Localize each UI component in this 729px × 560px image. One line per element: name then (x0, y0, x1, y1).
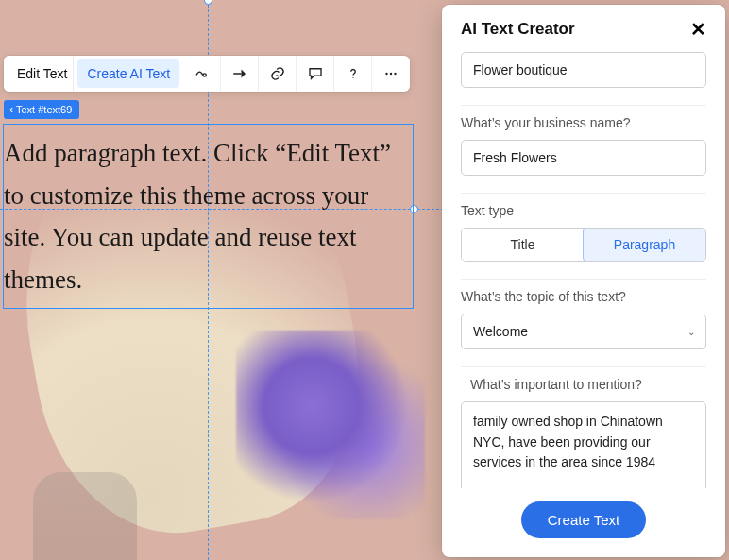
panel-footer: Create Text (442, 488, 725, 557)
important-label: What’s important to mention? (461, 377, 706, 392)
business-name-label: What’s your business name? (461, 115, 706, 130)
floating-toolbar: Edit Text Create AI Text (4, 56, 410, 92)
create-ai-text-button[interactable]: Create AI Text (77, 59, 179, 88)
svg-point-1 (352, 77, 353, 78)
svg-point-3 (390, 73, 392, 75)
link-icon[interactable] (259, 56, 297, 92)
edit-text-button[interactable]: Edit Text (4, 56, 74, 92)
ai-text-creator-panel: AI Text Creator ✕ What’s your business n… (442, 5, 725, 557)
panel-title: AI Text Creator (461, 20, 575, 39)
business-type-input[interactable] (461, 52, 706, 88)
topic-select[interactable] (461, 314, 706, 349)
help-icon[interactable] (334, 56, 372, 92)
field-business-type (461, 52, 706, 106)
animation-icon[interactable] (183, 56, 221, 92)
svg-point-2 (385, 73, 387, 75)
panel-body[interactable]: What’s your business name? Text type Tit… (442, 52, 725, 488)
business-name-input[interactable] (461, 140, 706, 176)
text-type-title-label: Title (511, 237, 535, 252)
scroll-effects-icon[interactable] (221, 56, 259, 92)
close-icon[interactable]: ✕ (690, 20, 706, 39)
text-type-paragraph-option[interactable]: Paragraph (583, 228, 706, 262)
field-text-type: Text type Title Paragraph (461, 194, 706, 280)
field-topic: What’s the topic of this text? ⌄ (461, 280, 706, 367)
field-business-name: What’s your business name? (461, 106, 706, 194)
comment-icon[interactable] (297, 56, 334, 92)
text-type-title-option[interactable]: Title (462, 229, 584, 261)
create-text-button[interactable]: Create Text (521, 501, 646, 538)
panel-header: AI Text Creator ✕ (442, 5, 725, 52)
paragraph-placeholder-text: Add paragraph text. Click “Edit Text” to… (4, 139, 391, 294)
field-important: What’s important to mention? (461, 367, 706, 488)
element-tag-label: Text #text69 (16, 104, 72, 115)
svg-point-4 (394, 73, 396, 75)
selected-text-element[interactable]: Add paragraph text. Click “Edit Text” to… (3, 124, 414, 309)
edit-text-label: Edit Text (17, 66, 67, 81)
background-vase-art (33, 472, 137, 560)
topic-label: What’s the topic of this text? (461, 289, 706, 304)
create-ai-text-label: Create AI Text (87, 66, 170, 81)
element-breadcrumb-tag[interactable]: Text #text69 (4, 100, 79, 119)
svg-point-0 (203, 74, 206, 76)
create-text-label: Create Text (548, 512, 619, 528)
important-textarea[interactable] (461, 401, 706, 488)
background-orchid-art (236, 331, 425, 519)
text-type-segmented: Title Paragraph (461, 228, 706, 262)
text-type-paragraph-label: Paragraph (614, 237, 675, 252)
resize-handle-top[interactable] (204, 0, 212, 5)
text-type-label: Text type (461, 203, 706, 218)
more-icon[interactable] (372, 56, 410, 92)
